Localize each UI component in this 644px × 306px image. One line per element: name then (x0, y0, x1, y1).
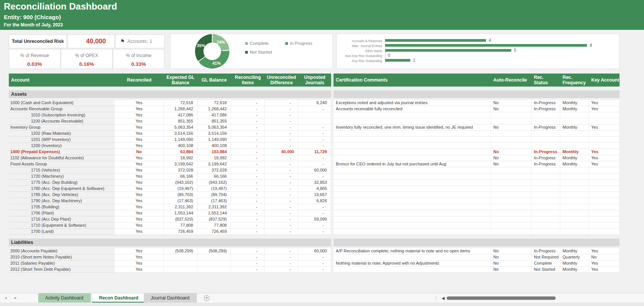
cell-rec_items: - (231, 260, 265, 267)
cell-freq (560, 210, 589, 216)
pct-opex-label: % of OPEX (61, 53, 112, 58)
cell-comment (333, 223, 491, 229)
pct-income-value: 0.33% (113, 61, 164, 67)
section-band: Liabilities (9, 239, 620, 246)
cell-account: 2011 (Salaries Payable) (9, 260, 115, 267)
cell-expected: (89,703) (164, 192, 197, 198)
cell-comment (333, 186, 491, 192)
bar-category-label: Other Items (337, 49, 382, 53)
cell-unrec_diff: - (265, 124, 298, 131)
bar-row: Key Rec Oustanding1 (337, 58, 620, 63)
cell-reconciled: Yes (115, 106, 164, 112)
add-sheet-icon[interactable]: + (204, 295, 210, 301)
cell-unposted: - (298, 143, 331, 149)
table-row: 1102 (Allowance for Doubtful Accounts)Ye… (9, 155, 620, 161)
cell-unposted: - (298, 204, 331, 210)
table-row: 1400 (Prepaid Expenses)No63,884103,884-4… (9, 149, 620, 155)
tabbar-resize-handle-icon[interactable]: ⋮ (433, 295, 438, 301)
tab-journal-dashboard[interactable]: Journal Dashboard (144, 293, 197, 303)
cell-comment: Nothing material to note; Approved with … (333, 260, 491, 267)
cell-status (532, 186, 560, 192)
cell-auto: No (491, 149, 532, 155)
cell-unrec_diff: - (265, 260, 298, 267)
cell-account: 1720 (Machinery) (9, 173, 115, 180)
cell-status (532, 192, 560, 198)
cell-expected: (17,463) (164, 198, 197, 204)
hscroll-left-arrow-icon[interactable]: ◀ (442, 296, 445, 300)
flag-icon: ⚑ (118, 34, 127, 48)
cell-reconciled: Yes (115, 254, 164, 260)
bar-row: Non-Key Rec Oustanding0 (337, 53, 620, 58)
cell-unposted (298, 118, 331, 124)
cell-account: Inventory Group (9, 124, 115, 131)
cell-comment: A/P Reconciliation complete; nothing mat… (333, 248, 491, 254)
tab-activity-dashboard[interactable]: Activity Dashboard (38, 293, 91, 303)
cell-auto: No (491, 248, 532, 254)
cell-auto: No (491, 155, 532, 161)
cell-unrec_diff: - (265, 229, 298, 235)
horizontal-scrollbar-thumb[interactable] (447, 296, 556, 300)
cell-account: 2010 (Short term Notes Payable) (9, 254, 115, 260)
cell-expected: 72,618 (164, 100, 197, 106)
column-header: Expected GL Balance (164, 74, 197, 87)
cell-expected: (943,162) (164, 180, 197, 186)
cell-unposted: - (298, 254, 331, 260)
tab-recon-dashboard[interactable]: Recon Dashboard (92, 293, 146, 303)
table-row: 2010 (Short term Notes Payable)Yes---NoN… (9, 254, 620, 260)
cell-gl: 1,268,442 (197, 106, 231, 112)
section-rows: 1000 (Cash and Cash Equivalent)Yes72,618… (9, 100, 620, 235)
bar-category-label: Misc. Journal Entries (337, 44, 382, 48)
table-row: Inventory GroupYes5,063,3545,063,354---I… (9, 124, 620, 131)
cell-auto (491, 192, 532, 198)
cell-unrec_diff: - (265, 216, 298, 223)
cell-freq (560, 223, 589, 229)
cell-unrec_diff: - (265, 186, 298, 192)
cell-gl: (89,704) (197, 192, 231, 198)
cell-comment (333, 167, 491, 173)
cell-gl: 726,459 (197, 229, 231, 235)
cell-unposted: 60,000 (298, 248, 331, 254)
cell-rec_items: - (231, 100, 265, 106)
cell-unrec_diff: - (265, 161, 298, 167)
cell-comment (333, 137, 491, 143)
cell-freq (560, 173, 589, 180)
cell-freq (560, 198, 589, 204)
cell-rec_items: - (231, 223, 265, 229)
cell-expected: (837,529) (164, 216, 197, 223)
cell-reconciled: Yes (115, 161, 164, 167)
cell-auto (491, 186, 532, 192)
cell-gl: (17,463) (197, 198, 231, 204)
cell-comment: Bronco for CEO ordered in July but not p… (333, 161, 491, 167)
cell-unrec_diff: - (265, 192, 298, 198)
cell-freq (560, 143, 589, 149)
column-header: Rec. Frequency (560, 74, 589, 87)
cell-freq: Monthly (560, 100, 589, 106)
cell-status (532, 223, 560, 229)
cell-gl: 1,149,090 (197, 137, 231, 143)
table-row: 1715 (Vehicles)Yes372,028372,028--60,000 (9, 167, 620, 173)
cell-reconciled: Yes (115, 118, 164, 124)
cell-account: 1775 (Acc. Dep Building) (9, 180, 115, 186)
cell-gl: 417,086 (197, 112, 231, 118)
cell-freq (560, 204, 589, 210)
cell-expected: 417,086 (164, 112, 197, 118)
cell-freq (560, 229, 589, 235)
cell-reconciled: Yes (115, 155, 164, 161)
cell-auto (491, 112, 532, 118)
sheet-nav-right-icon[interactable]: ▸ (15, 295, 17, 300)
legend-swatch (285, 42, 288, 45)
cell-status (532, 137, 560, 143)
cell-account: 1100 (Accounts Receivable) (9, 118, 115, 124)
cell-account: 1790 (Acc. Dep Machinery) (9, 198, 115, 204)
cell-expected (164, 260, 197, 267)
cell-rec_items: - (231, 143, 265, 149)
sheet-nav-left-icon[interactable]: ◂ (5, 295, 7, 300)
table-row: 2012 (Short Term Debt Payable)Yes---NoNo… (9, 267, 620, 273)
cell-auto: No (491, 161, 532, 167)
cell-key (589, 180, 620, 186)
cell-status: In-Progress (532, 155, 560, 161)
legend-swatch (245, 42, 248, 45)
cell-status (532, 143, 560, 149)
cell-key (589, 118, 620, 124)
cell-rec_items: - (231, 118, 265, 124)
